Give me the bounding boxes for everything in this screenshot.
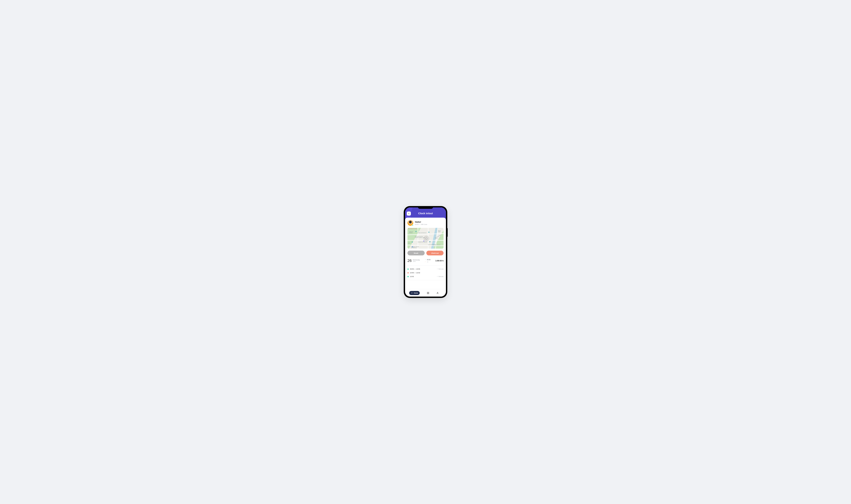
map-pin-icon: ◉ bbox=[415, 231, 416, 232]
svg-point-5 bbox=[437, 292, 438, 293]
action-buttons: Break Clock out bbox=[407, 251, 444, 255]
user-icon bbox=[437, 292, 439, 294]
nav-home-label: Home bbox=[414, 292, 418, 294]
entry-location: Remote bbox=[439, 268, 444, 270]
greeting-text: Hello! bbox=[415, 221, 427, 223]
clock-in-time: 09.55 bbox=[427, 259, 430, 260]
location-pin-icon: ⌖ bbox=[437, 276, 438, 277]
location-pin-icon: ⌖ bbox=[437, 268, 438, 270]
nav-home[interactable]: Home bbox=[409, 291, 420, 295]
map-pin-icon: ◉ bbox=[428, 231, 430, 233]
status-dot-icon bbox=[407, 276, 409, 277]
entry-range: 10:55 — 12:02 bbox=[410, 272, 420, 274]
nav-profile[interactable] bbox=[437, 292, 439, 294]
arrow-out-icon: ← bbox=[425, 261, 426, 263]
status-dot-icon bbox=[412, 224, 413, 226]
map-pin-icon: ◉ bbox=[411, 241, 413, 243]
svg-rect-4 bbox=[428, 293, 429, 294]
entry-range: 09:55 — 10:55 bbox=[410, 268, 420, 270]
clockout-label: Clock out bbox=[431, 252, 439, 254]
map-label: LA XEREA bbox=[433, 244, 441, 245]
phone-notch bbox=[418, 206, 433, 209]
svg-rect-1 bbox=[427, 292, 428, 293]
in-out-times: →09.55 ←— bbox=[425, 259, 430, 263]
bottom-nav: Home bbox=[407, 289, 444, 296]
home-ring-icon bbox=[411, 292, 413, 294]
nav-apps[interactable] bbox=[427, 292, 429, 294]
location-map[interactable]: NH Valencia Center València Modern Torre… bbox=[407, 228, 444, 249]
map-road bbox=[418, 228, 418, 249]
break-label: Break bbox=[414, 252, 418, 254]
back-button[interactable] bbox=[407, 212, 411, 216]
time-entry: 09:55 — 10:55 ⌖Remote bbox=[407, 267, 444, 271]
entry-location: Remote bbox=[439, 276, 444, 277]
map-label: Torres de Serranos bbox=[418, 232, 426, 233]
greeting: Hello! 09:55 — 26th June bbox=[407, 220, 444, 226]
clock-out-time: — bbox=[427, 261, 428, 263]
status-dot-icon bbox=[407, 272, 409, 273]
day-number: 26 bbox=[407, 258, 411, 263]
month-name: June bbox=[412, 261, 420, 262]
map-label: Catedral de València bbox=[418, 241, 427, 242]
greeting-time: 09:55 bbox=[415, 223, 419, 225]
page-title: Clock in/out bbox=[405, 212, 446, 215]
map-label: NH Valencia Center bbox=[408, 228, 417, 229]
break-button[interactable]: Break bbox=[407, 251, 425, 255]
content: Hello! 09:55 — 26th June NH Valencia C bbox=[405, 218, 446, 296]
time-entry: 10:55 — 12:02 bbox=[407, 271, 444, 275]
day-of-week: Wednesday bbox=[412, 259, 420, 261]
svg-rect-3 bbox=[427, 293, 428, 294]
clock-out-button[interactable]: Clock out bbox=[426, 251, 444, 255]
phone-frame: Clock in/out Hello! 09:55 — 26th June bbox=[404, 206, 447, 298]
greeting-subtext: 09:55 — 26th June bbox=[415, 223, 427, 225]
grid-icon bbox=[427, 292, 429, 294]
entry-range: 12:02 bbox=[410, 276, 414, 277]
map-label: Quart bbox=[408, 242, 410, 244]
geofence-icon bbox=[423, 236, 429, 241]
map-pin-icon: ◉ bbox=[429, 241, 431, 242]
time-entry: 12:02 ⌖Remote bbox=[407, 275, 444, 278]
map-label: València Modern bbox=[409, 231, 413, 233]
status-dot-icon bbox=[407, 269, 409, 270]
avatar[interactable] bbox=[407, 220, 413, 226]
map-pin-icon: ◉ bbox=[412, 246, 413, 248]
greeting-date: 26th June bbox=[421, 223, 427, 225]
screen: Clock in/out Hello! 09:55 — 26th June bbox=[405, 208, 446, 296]
total-hours: 1:00:03 h bbox=[436, 260, 444, 262]
svg-rect-2 bbox=[428, 292, 429, 293]
map-label: Rearo Gard bbox=[438, 230, 441, 232]
date-block: 26 Wednesday June bbox=[407, 258, 420, 263]
day-summary: 26 Wednesday June →09.55 ←— 1:00:03 h bbox=[407, 258, 444, 266]
svg-point-0 bbox=[411, 292, 412, 293]
greeting-sep: — bbox=[419, 223, 421, 225]
time-entries: 09:55 — 10:55 ⌖Remote 10:55 — 12:02 12:0… bbox=[407, 266, 444, 280]
chevron-left-icon bbox=[408, 213, 410, 214]
arrow-in-icon: → bbox=[425, 259, 426, 260]
